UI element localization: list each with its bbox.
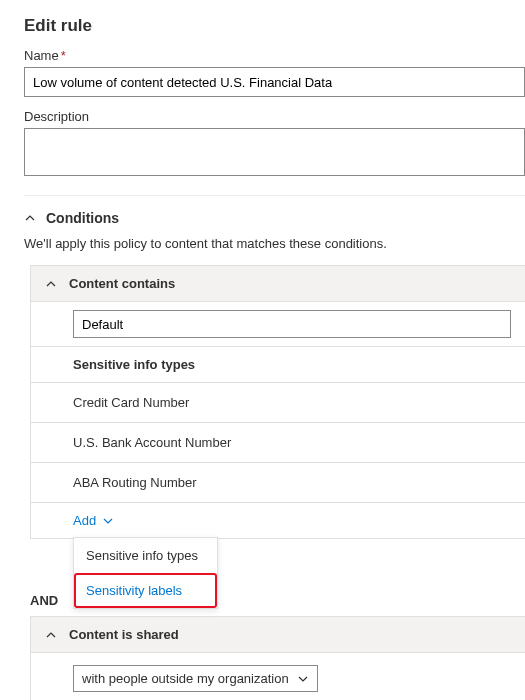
- list-item: U.S. Bank Account Number: [31, 423, 525, 463]
- content-contains-header[interactable]: Content contains: [31, 266, 525, 302]
- content-contains-title: Content contains: [69, 276, 175, 291]
- chevron-up-icon: [45, 629, 57, 641]
- content-shared-header[interactable]: Content is shared: [31, 617, 525, 653]
- description-field[interactable]: [24, 128, 525, 176]
- conditions-section-header[interactable]: Conditions: [24, 210, 525, 226]
- dropdown-item-sensitivity-labels[interactable]: Sensitivity labels: [74, 573, 217, 608]
- divider: [24, 195, 525, 196]
- default-row: [31, 302, 525, 347]
- required-asterisk: *: [61, 48, 66, 63]
- chevron-up-icon: [45, 278, 57, 290]
- description-label: Description: [24, 109, 525, 124]
- add-button[interactable]: Add: [73, 513, 114, 528]
- page-title: Edit rule: [24, 16, 525, 36]
- list-item: Credit Card Number: [31, 383, 525, 423]
- chevron-down-icon: [297, 673, 309, 685]
- add-row: Add Sensitive info types Sensitivity lab…: [31, 503, 525, 538]
- list-item: ABA Routing Number: [31, 463, 525, 503]
- conditions-title: Conditions: [46, 210, 119, 226]
- name-field[interactable]: [24, 67, 525, 97]
- sensitive-info-types-label: Sensitive info types: [31, 347, 525, 383]
- content-contains-block: Content contains Sensitive info types Cr…: [30, 265, 525, 539]
- content-shared-block: Content is shared with people outside my…: [30, 616, 525, 700]
- content-shared-body: with people outside my organization: [31, 653, 525, 700]
- shared-scope-select[interactable]: with people outside my organization: [73, 665, 318, 692]
- name-label: Name*: [24, 48, 525, 63]
- chevron-down-icon: [102, 515, 114, 527]
- dropdown-item-sit[interactable]: Sensitive info types: [74, 538, 217, 573]
- conditions-description: We'll apply this policy to content that …: [24, 236, 525, 251]
- content-shared-title: Content is shared: [69, 627, 179, 642]
- chevron-up-icon: [24, 212, 36, 224]
- default-input[interactable]: [73, 310, 511, 338]
- add-dropdown-menu: Sensitive info types Sensitivity labels: [73, 537, 218, 609]
